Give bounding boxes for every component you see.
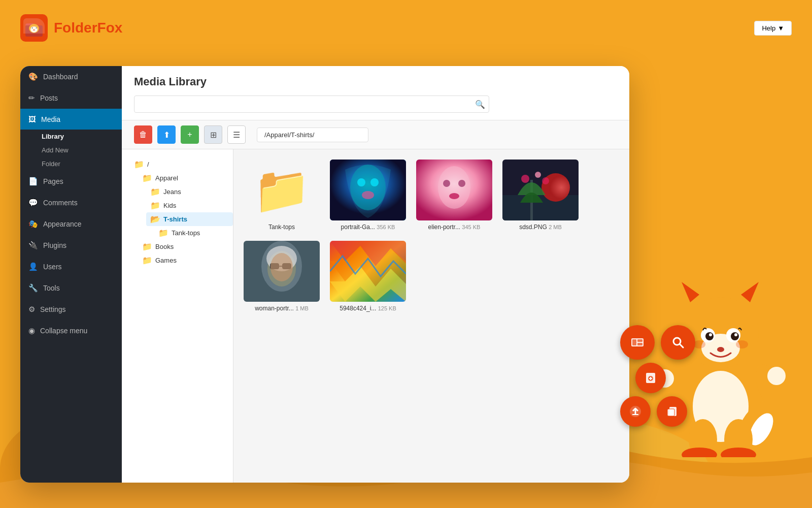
action-buttons-panel (620, 325, 695, 427)
folder-icon-jeans: 📁 (150, 187, 160, 197)
main-card: 🎨 Dashboard ✏ Posts 🖼 Media Library Add … (20, 66, 629, 483)
settings-icon: ⚙ (28, 305, 35, 314)
folder-icon-games: 📁 (142, 256, 152, 265)
thumb-sdsd (502, 160, 579, 220)
tree-item-apparel[interactable]: 📁 Apparel (138, 171, 233, 185)
list-icon: ☰ (233, 130, 240, 140)
users-icon: 👤 (28, 262, 38, 271)
media-item-portrait-ga[interactable]: portrait-Ga... 356 KB (330, 160, 406, 231)
sidebar: 🎨 Dashboard ✏ Posts 🖼 Media Library Add … (20, 66, 122, 483)
path-bar: /Apparel/T-shirts/ (257, 128, 368, 142)
sidebar-sub-label-addnew: Add New (42, 146, 69, 154)
pages-icon: 📄 (28, 177, 38, 186)
grid-area: 📁 Tank-tops (233, 149, 629, 483)
logo-part1: Folder (54, 20, 97, 36)
search-input[interactable] (134, 96, 489, 113)
media-item-elien-portr[interactable]: elien-portr... 345 KB (416, 160, 492, 231)
appearance-icon: 🎭 (28, 219, 38, 229)
tree-label-jeans: Jeans (163, 188, 181, 196)
tree-item-root[interactable]: 📁 / (130, 157, 233, 171)
sidebar-label-comments: Comments (43, 199, 78, 207)
media-item-5948c424[interactable]: 5948c424_i... 125 KB (330, 241, 406, 312)
sidebar-item-pages[interactable]: 📄 Pages (20, 171, 122, 192)
tree-item-tanktops[interactable]: 📁 Tank-tops (154, 226, 233, 240)
media-item-woman-portr[interactable]: woman-portr... 1 MB (244, 241, 320, 312)
media-item-sdsd[interactable]: sdsd.PNG 2 MB (502, 160, 579, 231)
svg-point-23 (535, 172, 541, 178)
grid-view-button[interactable]: ⊞ (204, 125, 222, 144)
tree-item-jeans[interactable]: 📁 Jeans (146, 185, 233, 199)
tree-label-tanktops: Tank-tops (172, 229, 200, 237)
help-button[interactable]: Help ▼ (754, 21, 792, 36)
gallery-action-button[interactable] (620, 325, 655, 360)
sidebar-item-dashboard[interactable]: 🎨 Dashboard (20, 66, 122, 87)
add-folder-icon: + (187, 130, 192, 139)
sidebar-sub-library[interactable]: Library (20, 130, 122, 143)
posts-icon: ✏ (28, 93, 35, 103)
svg-point-66 (705, 332, 714, 340)
svg-point-68 (709, 333, 712, 336)
add-folder-button[interactable]: + (181, 125, 199, 144)
tree-item-books[interactable]: 📁 Books (138, 240, 233, 253)
media-item-tank-tops[interactable]: 📁 Tank-tops (244, 160, 320, 231)
svg-rect-36 (637, 339, 642, 342)
sidebar-item-posts[interactable]: ✏ Posts (20, 87, 122, 109)
list-view-button[interactable]: ☰ (227, 125, 246, 144)
sidebar-item-plugins[interactable]: 🔌 Plugins (20, 235, 122, 256)
tree-item-tshirts[interactable]: 📂 T-shirts (146, 212, 233, 226)
search-submit-button[interactable]: 🔍 (475, 100, 485, 109)
sidebar-item-tools[interactable]: 🔧 Tools (20, 277, 122, 299)
tree-label-games: Games (155, 257, 177, 264)
sidebar-item-settings[interactable]: ⚙ Settings (20, 299, 122, 320)
upload-action-button[interactable] (620, 396, 651, 427)
delete-button[interactable]: 🗑 (134, 125, 152, 144)
sidebar-label-media: Media (41, 115, 60, 123)
search-input-wrap: 🔍 (134, 96, 489, 113)
media-label-5948c424: 5948c424_i... 125 KB (340, 305, 396, 312)
sidebar-label-users: Users (43, 263, 62, 271)
trash-icon: 🗑 (139, 130, 147, 139)
svg-point-15 (443, 180, 450, 187)
tree-label-books: Books (155, 243, 174, 250)
tree-item-games[interactable]: 📁 Games (138, 253, 233, 267)
sidebar-item-comments[interactable]: 💬 Comments (20, 192, 122, 213)
help-label: Help (762, 24, 775, 32)
media-label-woman-portr: woman-portr... 1 MB (255, 305, 309, 312)
sidebar-item-media[interactable]: 🖼 Media (20, 109, 122, 130)
folder-icon-apparel: 📁 (142, 173, 152, 183)
folder-icon-kids: 📁 (150, 201, 160, 210)
sidebar-item-collapse[interactable]: ◉ Collapse menu (20, 320, 122, 341)
folder-icon-tanktops: 📁 (158, 228, 168, 238)
sidebar-label-collapse: Collapse menu (40, 327, 87, 335)
upload-button[interactable]: ⬆ (157, 125, 176, 144)
sidebar-sub-label-folder: Folder (42, 160, 60, 168)
sidebar-item-users[interactable]: 👤 Users (20, 256, 122, 277)
search-bar-row: 🔍 (134, 96, 617, 120)
sidebar-item-appearance[interactable]: 🎭 Appearance (20, 213, 122, 235)
thumb-portrait-ga (330, 160, 406, 220)
toolbar: 🗑 ⬆ + ⊞ ☰ /Apparel/T-shirts/ (122, 120, 629, 149)
svg-rect-37 (637, 343, 642, 345)
action-row-top (620, 325, 695, 360)
upload-icon: ⬆ (163, 130, 170, 140)
media-label-elien-portr: elien-portr... 345 KB (428, 224, 481, 231)
copy-action-button[interactable] (657, 396, 687, 427)
sidebar-label-plugins: Plugins (43, 241, 66, 249)
sidebar-sub-addnew[interactable]: Add New (20, 143, 122, 157)
media-label-sdsd: sdsd.PNG 2 MB (519, 224, 562, 231)
thumb-elien-portr (416, 160, 492, 220)
tree-label-tshirts: T-shirts (163, 215, 187, 223)
search-action-button[interactable] (661, 325, 695, 360)
add-media-action-button[interactable] (635, 363, 666, 393)
sidebar-sub-folder[interactable]: Folder (20, 157, 122, 171)
content-area: 📁 / 📁 Apparel 📁 Jeans 📁 Kids 📂 T- (122, 149, 629, 483)
media-icon: 🖼 (28, 115, 36, 123)
tree-item-kids[interactable]: 📁 Kids (146, 199, 233, 212)
main-header: Media Library 🔍 (122, 66, 629, 120)
folder-icon-root: 📁 (134, 160, 144, 169)
svg-rect-0 (25, 25, 43, 37)
logo-part2: Fox (97, 20, 123, 36)
svg-point-6 (36, 27, 37, 28)
action-row-mid (620, 363, 695, 393)
svg-point-3 (31, 27, 33, 29)
